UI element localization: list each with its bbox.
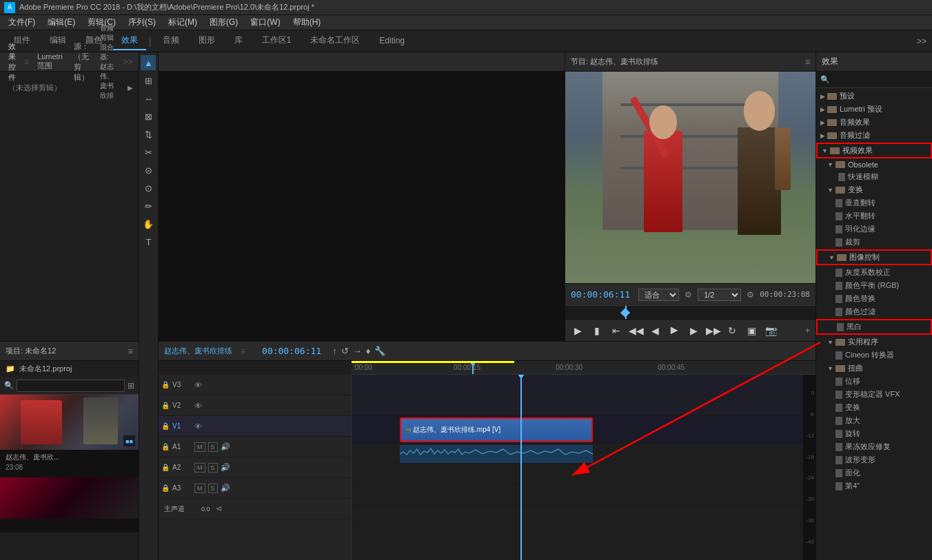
transport-safe-margins[interactable]: ▣: [744, 325, 758, 336]
tree-transform-effect[interactable]: 变换: [816, 401, 932, 414]
tool-pen[interactable]: ✏: [141, 198, 156, 214]
tree-horizontal-flip[interactable]: 水平翻转: [816, 209, 932, 222]
tool-slip[interactable]: ⊝: [141, 163, 156, 178]
tree-audio-effects[interactable]: ▶ 音频效果: [816, 116, 932, 129]
transport-next-edit[interactable]: ▶▶: [706, 325, 720, 336]
tree-offset[interactable]: 位移: [816, 375, 932, 388]
transport-step-fwd[interactable]: ▶: [687, 325, 700, 336]
a1-mute[interactable]: M: [194, 442, 205, 452]
ws-tab-unnamed[interactable]: 未命名工作区: [302, 32, 368, 50]
ws-tab-editing[interactable]: Editing: [371, 33, 413, 50]
a1-solo[interactable]: S: [208, 442, 218, 452]
timeline-tool-select[interactable]: ↑: [332, 346, 337, 356]
tree-distort[interactable]: ▼ 扭曲: [816, 362, 932, 375]
tree-magnify[interactable]: 放大: [816, 414, 932, 427]
v1-visibility[interactable]: 👁: [194, 422, 202, 431]
tree-warp-vfx[interactable]: 变形稳定器 VFX: [816, 388, 932, 401]
ws-expand[interactable]: >>: [917, 37, 926, 46]
lumetri-tab[interactable]: Lumetri范围: [34, 51, 65, 72]
ws-tab-edit[interactable]: 编辑: [41, 32, 74, 50]
tree-feather-edges[interactable]: 羽化边缘: [816, 222, 932, 236]
project-menu-icon[interactable]: ≡: [128, 346, 133, 356]
a2-mute[interactable]: M: [194, 463, 205, 473]
transport-add-btn[interactable]: +: [805, 326, 810, 335]
menu-file[interactable]: 文件(F): [3, 15, 41, 30]
tree-fourth[interactable]: 第4": [816, 479, 932, 492]
tree-transform[interactable]: ▼ 变换: [816, 183, 932, 196]
program-monitor-menu[interactable]: ≡: [805, 57, 810, 67]
monitor-quality-dropdown[interactable]: 1/2 1/4 全质量: [698, 289, 741, 301]
effects-search-input[interactable]: [833, 76, 928, 84]
tree-color-replace[interactable]: 颜色替换: [816, 292, 932, 305]
tool-select[interactable]: ▲: [141, 55, 156, 70]
menu-window[interactable]: 窗口(W): [245, 15, 285, 30]
a2-lock[interactable]: 🔒: [161, 464, 170, 471]
timeline-menu[interactable]: ≡: [241, 346, 245, 356]
tool-ripple[interactable]: ↔: [141, 91, 156, 106]
ws-tab-workspace1[interactable]: 工作区1: [254, 32, 300, 50]
ws-tab-effects[interactable]: 效果: [113, 32, 146, 50]
tree-color-filter[interactable]: 颜色过滤: [816, 305, 932, 318]
project-search-input[interactable]: [17, 380, 125, 392]
tool-roll[interactable]: ⊠: [141, 109, 156, 124]
monitor-settings-icon[interactable]: ⚙: [685, 290, 692, 300]
project-file-item[interactable]: 📁 未命名12.prproj: [0, 361, 139, 377]
video-clip-v1[interactable]: 📹 赵志伟、庞书欣排练.mp4 [V]: [400, 417, 593, 442]
transport-play[interactable]: ►: [667, 323, 681, 338]
tree-wave-warp[interactable]: 波形变形: [816, 453, 932, 466]
monitor-timeline[interactable]: [565, 305, 816, 319]
a1-lock[interactable]: 🔒: [161, 443, 170, 450]
a2-solo[interactable]: S: [208, 463, 218, 473]
tool-type[interactable]: T: [141, 234, 156, 249]
tree-image-control[interactable]: ▼ 图像控制: [816, 249, 932, 265]
v3-lock[interactable]: 🔒: [161, 381, 170, 388]
a3-lock[interactable]: 🔒: [161, 484, 170, 492]
tree-audio-filters[interactable]: ▶ 音频过滤: [816, 129, 932, 142]
tree-gamma[interactable]: 灰度系数校正: [816, 266, 932, 279]
audio-clip-a1[interactable]: [400, 445, 593, 463]
ws-tab-audio[interactable]: 音频: [154, 32, 188, 50]
tree-rotate[interactable]: 旋转: [816, 427, 932, 440]
transport-step-back[interactable]: ◀◀: [629, 325, 642, 336]
tree-vertical-flip[interactable]: 垂直翻转: [816, 196, 932, 209]
monitor-settings-icon-2[interactable]: ⚙: [747, 290, 754, 300]
menu-edit[interactable]: 编辑(E): [42, 15, 81, 30]
tree-facet[interactable]: 面化: [816, 466, 932, 479]
tree-bw[interactable]: 黑白: [816, 319, 932, 335]
tree-rolling-shutter[interactable]: 果冻效应修复: [816, 440, 932, 453]
menu-sequence[interactable]: 序列(S): [123, 15, 161, 30]
timeline-tool-next[interactable]: →: [353, 346, 362, 356]
v1-lock[interactable]: 🔒: [161, 422, 170, 430]
timeline-tool-wrench[interactable]: 🔧: [374, 346, 385, 356]
tool-rate[interactable]: ⇅: [141, 127, 156, 142]
menu-help[interactable]: 帮助(H): [287, 15, 327, 30]
tree-fast-blur[interactable]: 快速模糊: [816, 170, 932, 183]
project-grid-icon[interactable]: ⊞: [128, 381, 134, 391]
transport-export-frame[interactable]: 📷: [764, 325, 778, 336]
a3-solo[interactable]: S: [208, 484, 218, 493]
transport-loop[interactable]: ↻: [725, 325, 739, 336]
tree-video-effects[interactable]: ▼ 视频效果: [816, 143, 932, 158]
ws-tab-graphic[interactable]: 图形: [190, 32, 223, 50]
master-vol-icon[interactable]: ⊲: [216, 504, 222, 513]
tree-utility[interactable]: ▼ 实用程序: [816, 335, 932, 349]
tree-crop[interactable]: 裁剪: [816, 236, 932, 249]
transport-mark-in[interactable]: ▶: [571, 325, 585, 336]
a3-mute[interactable]: M: [194, 484, 205, 493]
menu-graphic[interactable]: 图形(G): [204, 15, 243, 30]
monitor-fit-dropdown[interactable]: 适合 25% 50% 100%: [638, 289, 679, 301]
transport-mark-out[interactable]: ▮: [590, 325, 604, 336]
tree-obsolete[interactable]: ▼ Obsolete: [816, 159, 932, 170]
menu-marker[interactable]: 标记(M): [163, 15, 203, 30]
tool-razor[interactable]: ✂: [141, 145, 156, 160]
v2-lock[interactable]: 🔒: [161, 402, 170, 409]
tree-presets[interactable]: ▶ 预设: [816, 90, 932, 103]
tool-track-select[interactable]: ⊞: [141, 73, 156, 88]
tool-slide[interactable]: ⊙: [141, 180, 156, 196]
tree-color-balance-rgb[interactable]: 颜色平衡 (RGB): [816, 279, 932, 292]
transport-prev-edit[interactable]: ⇤: [609, 325, 623, 336]
ws-tab-library[interactable]: 库: [226, 32, 251, 50]
tree-lumetri-presets[interactable]: ▶ Lumetri 预设: [816, 103, 932, 116]
tool-hand[interactable]: ✋: [141, 216, 156, 231]
tree-cineon[interactable]: Cineon 转换器: [816, 349, 932, 362]
